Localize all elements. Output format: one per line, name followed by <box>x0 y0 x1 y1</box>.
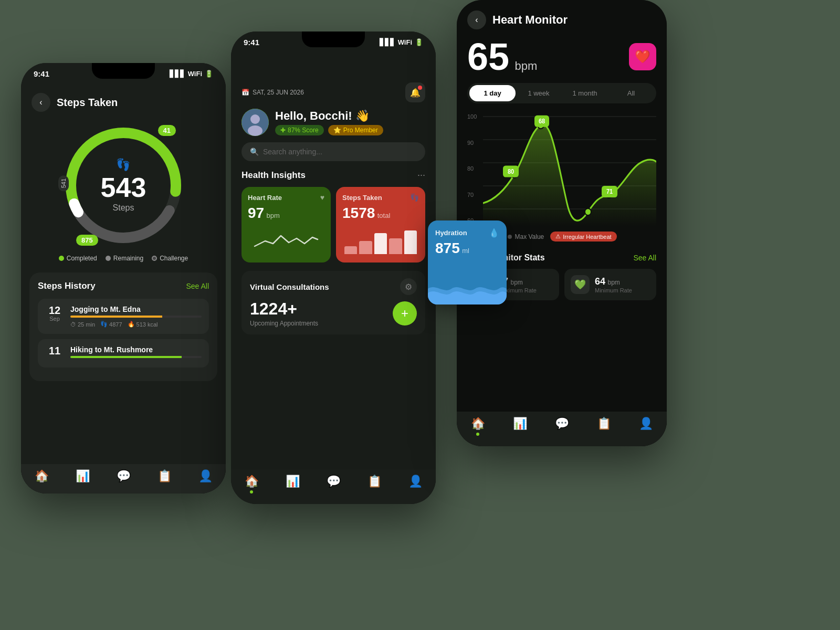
consult-header: Virtual Consultations ⚙ <box>250 278 417 295</box>
bpm-row: 65 bpm <box>467 38 537 76</box>
chart-y-labels: 100 90 80 70 60 <box>467 111 477 226</box>
progress-bar-1 <box>70 356 202 358</box>
legend-challenge: Challenge <box>152 255 188 262</box>
date-row: 📅 SAT, 25 JUN 2026 <box>242 89 304 96</box>
home-icon-2: 🏠 <box>245 475 259 488</box>
tab-all[interactable]: All <box>608 85 654 101</box>
challenge-label: Challenge <box>160 255 188 262</box>
activity-name-0: Jogging to Mt. Edna <box>70 305 202 313</box>
settings-button[interactable]: ⚙ <box>400 278 417 295</box>
heart-icon-button[interactable]: ❤️ <box>629 43 656 70</box>
svg-text:71: 71 <box>606 188 613 195</box>
max-label: Max Value <box>514 233 544 240</box>
time-2: 9:41 <box>244 38 259 47</box>
wave-container <box>428 273 507 304</box>
nav-msg-1[interactable]: 💬 <box>117 469 131 483</box>
nav-msg-2[interactable]: 💬 <box>327 475 341 494</box>
notification-dot <box>418 86 422 90</box>
time-1: 9:41 <box>34 69 49 78</box>
user-avatar <box>242 109 269 136</box>
battery-icon-2: 🔋 <box>415 38 423 46</box>
nav-user-3[interactable]: 👤 <box>639 417 653 436</box>
battery-icon: 🔋 <box>205 70 213 78</box>
time-tabs: 1 day 1 week 1 month All <box>467 83 656 103</box>
consult-body: 1224+ Upcoming Appointments + <box>250 299 417 327</box>
nav-chart-1[interactable]: 📊 <box>76 469 90 483</box>
nav-msg-3[interactable]: 💬 <box>555 417 569 436</box>
status-icons-2: ▋▋▋ WiFi 🔋 <box>380 38 423 46</box>
water-icon: 💧 <box>489 228 499 238</box>
nav-home-1[interactable]: 🏠 <box>35 469 49 483</box>
pro-text: Pro Member <box>343 127 378 134</box>
nav-doc-2[interactable]: 📋 <box>368 475 382 494</box>
stats-see-all[interactable]: See All <box>633 254 656 262</box>
add-button[interactable]: + <box>393 301 417 326</box>
insight-cards-row: Heart Rate ♥ 97 bpm <box>242 187 425 262</box>
nav-doc-1[interactable]: 📋 <box>158 469 172 483</box>
steps-mini-chart <box>342 228 419 254</box>
date-badge-0: 12 Sep <box>45 305 64 322</box>
min-rate-icon: 💚 <box>571 275 590 294</box>
score-badge: ✚ 87% Score <box>275 125 324 135</box>
date-mon-0: Sep <box>45 316 64 322</box>
consult-number: 1224+ <box>250 299 318 319</box>
nav-doc-3[interactable]: 📋 <box>597 417 611 436</box>
svg-point-6 <box>248 125 262 136</box>
date-num-0: 12 <box>45 305 64 316</box>
steps-card-unit: total <box>377 212 391 219</box>
tab-1day[interactable]: 1 day <box>469 85 516 101</box>
steps-icon: 👣 <box>410 193 419 202</box>
wifi-icon-2: WiFi <box>398 38 412 46</box>
bottom-nav-3: 🏠 📊 💬 📋 👤 <box>457 412 667 446</box>
alert-label: Irregular Heartbeat <box>563 234 611 240</box>
more-button[interactable]: ··· <box>417 170 425 181</box>
ring-wrapper: 41 875 541 👣 543 Steps <box>60 122 186 248</box>
steps-stat-0: 👣 4877 <box>100 321 122 328</box>
nav-user-2[interactable]: 👤 <box>408 475 423 494</box>
search-bar[interactable]: 🔍 Search anything... <box>242 142 425 161</box>
tab-1month[interactable]: 1 month <box>562 85 608 101</box>
heart-mini-chart <box>248 228 324 256</box>
svg-text:68: 68 <box>539 118 545 125</box>
nav-chart-2[interactable]: 📊 <box>286 475 300 494</box>
health-insights-section: Health Insights ··· Heart Rate ♥ 97 bpm <box>231 170 436 262</box>
svg-point-18 <box>585 208 591 215</box>
calendar-icon: 📅 <box>242 89 249 96</box>
steps-card-value: 1578 <box>342 205 375 221</box>
footprint-icon: 👣 <box>100 321 108 328</box>
nav-user-1[interactable]: 👤 <box>198 469 213 483</box>
bpm-unit: bpm <box>515 59 538 72</box>
user-row: Hello, Bocchi! 👋 ✚ 87% Score ⭐ Pro Membe… <box>231 109 436 142</box>
history-see-all[interactable]: See All <box>186 282 209 290</box>
heart-back-button[interactable]: ‹ <box>467 10 486 29</box>
ring-badge-875: 875 <box>76 235 98 246</box>
activity-stats-0: ⏱ 25 min 👣 4877 🔥 513 kcal <box>70 321 202 328</box>
page-title: Steps Taken <box>57 97 118 109</box>
nav-home-3[interactable]: 🏠 <box>471 417 485 436</box>
wifi-icon: WiFi <box>188 70 202 78</box>
ring-badge-541: 541 <box>58 175 69 191</box>
heart-chart: 100 90 80 70 60 <box>467 111 656 226</box>
steps-feet-icon: 👣 <box>101 158 146 172</box>
notch <box>92 63 155 79</box>
heart-rate-label: Heart Rate <box>248 194 282 202</box>
signal-icon: ▋▋▋ <box>170 70 185 78</box>
min-rate-label: Minimum Rate <box>595 287 632 293</box>
search-icon: 🔍 <box>250 148 259 156</box>
back-button[interactable]: ‹ <box>32 93 50 112</box>
active-indicator-2 <box>250 490 253 494</box>
bpm-display: 65 bpm ❤️ <box>457 38 667 76</box>
tab-1week[interactable]: 1 week <box>516 85 562 101</box>
hydration-unit: ml <box>462 247 469 255</box>
home-icon-3: 🏠 <box>471 417 485 430</box>
nav-home-2[interactable]: 🏠 <box>245 475 259 494</box>
legend-remaining: Remaining <box>106 255 143 262</box>
date-num-1: 11 <box>45 345 64 356</box>
star-icon: ⭐ <box>333 127 341 134</box>
virtual-consult-section: Virtual Consultations ⚙ 1224+ Upcoming A… <box>242 271 425 334</box>
heart-rate-value-row: 97 bpm <box>248 205 324 222</box>
heart-rate-value: 97 <box>248 205 264 221</box>
notification-button[interactable]: 🔔 <box>405 82 425 102</box>
nav-chart-3[interactable]: 📊 <box>513 417 527 436</box>
history-title: Steps History <box>38 281 96 291</box>
